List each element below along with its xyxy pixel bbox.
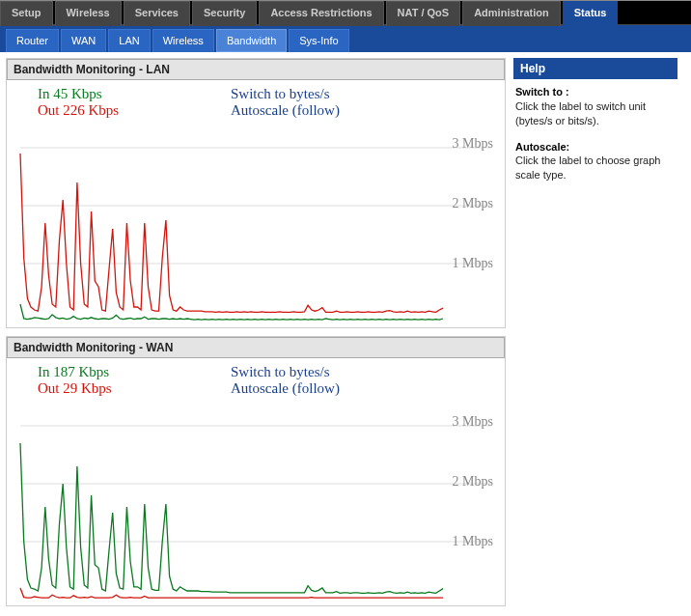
toptab-nat-qos[interactable]: NAT / QoS <box>386 1 461 26</box>
wan-in-label: In 187 Kbps <box>38 364 192 380</box>
subtab-lan[interactable]: LAN <box>108 29 150 52</box>
lan-panel-title: Bandwidth Monitoring - LAN <box>7 59 505 80</box>
lan-panel: Bandwidth Monitoring - LAN In 45 Kbps Ou… <box>6 58 506 328</box>
wan-ytick-3: 3 Mbps <box>453 414 493 430</box>
help-switch-heading: Switch to : <box>515 86 569 98</box>
wan-switch-units[interactable]: Switch to bytes/s <box>231 364 340 380</box>
toptab-status[interactable]: Status <box>563 1 619 26</box>
subtab-wireless[interactable]: Wireless <box>152 29 214 52</box>
lan-ytick-3: 3 Mbps <box>453 136 493 152</box>
subtab-wan[interactable]: WAN <box>61 29 106 52</box>
toptab-administration[interactable]: Administration <box>462 1 561 26</box>
wan-panel: Bandwidth Monitoring - WAN In 187 Kbps O… <box>6 336 506 606</box>
top-nav: SetupWirelessServicesSecurityAccess Rest… <box>0 0 691 25</box>
lan-ytick-1: 1 Mbps <box>453 256 493 271</box>
main-column: Bandwidth Monitoring - LAN In 45 Kbps Ou… <box>6 58 506 614</box>
lan-in-label: In 45 Kbps <box>38 86 192 102</box>
lan-chart: 3 Mbps 2 Mbps 1 Mbps <box>13 125 499 327</box>
wan-ytick-1: 1 Mbps <box>453 534 493 549</box>
help-switch-text: Click the label to switch unit (bytes/s … <box>515 100 646 126</box>
sub-nav: RouterWANLANWirelessBandwidthSys-Info <box>0 25 691 52</box>
subtab-sys-info[interactable]: Sys-Info <box>289 29 348 52</box>
wan-panel-title: Bandwidth Monitoring - WAN <box>7 337 505 358</box>
wan-out-label: Out 29 Kbps <box>38 380 192 397</box>
lan-out-label: Out 226 Kbps <box>38 102 192 119</box>
help-column: Help Switch to : Click the label to swit… <box>513 58 677 614</box>
subtab-bandwidth[interactable]: Bandwidth <box>216 29 287 52</box>
help-title: Help <box>513 58 677 79</box>
wan-autoscale[interactable]: Autoscale (follow) <box>231 380 340 397</box>
wan-chart: 3 Mbps 2 Mbps 1 Mbps <box>13 403 499 605</box>
toptab-setup[interactable]: Setup <box>0 1 53 26</box>
lan-ytick-2: 2 Mbps <box>453 196 493 211</box>
help-autoscale-heading: Autoscale: <box>515 141 569 153</box>
toptab-wireless[interactable]: Wireless <box>55 1 122 26</box>
wan-ytick-2: 2 Mbps <box>453 474 493 490</box>
toptab-services[interactable]: Services <box>124 1 190 26</box>
lan-switch-units[interactable]: Switch to bytes/s <box>231 86 340 102</box>
subtab-router[interactable]: Router <box>6 29 59 52</box>
lan-autoscale[interactable]: Autoscale (follow) <box>231 102 340 119</box>
toptab-security[interactable]: Security <box>192 1 257 26</box>
help-autoscale-text: Click the label to choose graph scale ty… <box>515 154 660 181</box>
toptab-access-restrictions[interactable]: Access Restrictions <box>259 1 383 26</box>
